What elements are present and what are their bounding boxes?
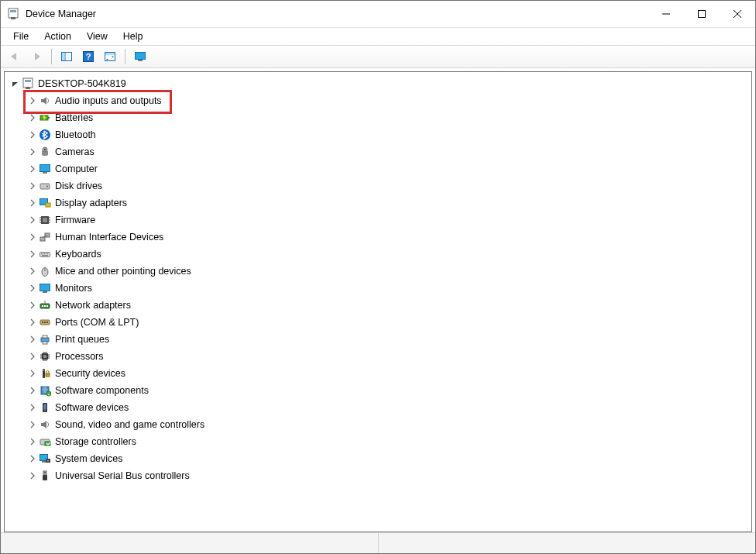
expander-right-icon[interactable] — [26, 265, 39, 277]
expander-right-icon[interactable] — [26, 452, 39, 465]
svg-rect-4 — [699, 11, 706, 18]
tree-item-usb[interactable]: Universal Serial Bus controllers — [8, 467, 748, 484]
expander-right-icon[interactable] — [26, 248, 39, 260]
speaker-icon — [39, 418, 51, 431]
toolbar-scan-for-hardware-button[interactable] — [101, 48, 119, 65]
svg-rect-61 — [46, 322, 48, 323]
monitor-icon — [39, 163, 51, 175]
svg-text:?: ? — [86, 52, 91, 61]
expander-right-icon[interactable] — [26, 282, 39, 294]
tree-item-mice[interactable]: Mice and other pointing devices — [8, 263, 748, 280]
svg-rect-45 — [44, 253, 45, 254]
tree-item-computer[interactable]: Computer — [8, 160, 748, 177]
statusbar — [1, 532, 755, 553]
tree-item-label: Disk drives — [54, 181, 103, 191]
tree-item-system[interactable]: System devices — [8, 450, 748, 467]
tree-item-label: Human Interface Devices — [54, 232, 164, 243]
expander-right-icon[interactable] — [26, 384, 39, 397]
menu-view[interactable]: View — [79, 29, 115, 43]
maximize-button[interactable] — [684, 1, 720, 27]
tree-item-label: Audio inputs and outputs — [54, 95, 163, 106]
expander-right-icon[interactable] — [26, 316, 39, 329]
storage-controller-icon — [39, 435, 51, 448]
tree-item-monitors[interactable]: Monitors — [8, 280, 748, 297]
expander-right-icon[interactable] — [26, 197, 39, 209]
svg-rect-63 — [43, 335, 47, 338]
tree-item-keyboards[interactable]: Keyboards — [8, 246, 748, 263]
tree-item-swdev[interactable]: Software devices — [8, 399, 748, 416]
tree-item-swcomp[interactable]: +Software components — [8, 382, 748, 399]
tree-item-label: Firmware — [54, 215, 96, 225]
tree-item-bluetooth[interactable]: Bluetooth — [8, 126, 748, 143]
expander-right-icon[interactable] — [26, 112, 39, 124]
expander-right-icon[interactable] — [26, 299, 39, 311]
disk-icon — [39, 180, 51, 192]
expander-right-icon[interactable] — [26, 95, 39, 107]
toolbar-help-button[interactable]: ? — [79, 48, 98, 65]
tree-item-ports[interactable]: Ports (COM & LPT) — [8, 314, 748, 331]
tree-item-label: Bluetooth — [54, 129, 97, 140]
svg-rect-52 — [43, 291, 47, 293]
tree-item-sound[interactable]: Sound, video and game controllers — [8, 416, 748, 433]
tree-item-processors[interactable]: Processors — [8, 348, 748, 365]
camera-icon — [39, 146, 51, 158]
menu-action[interactable]: Action — [36, 29, 79, 43]
tree-item-label: Network adapters — [54, 300, 132, 311]
tree-item-cameras[interactable]: Cameras — [8, 143, 748, 160]
svg-rect-2 — [11, 17, 15, 19]
toolbar-separator — [51, 49, 52, 64]
expander-right-icon[interactable] — [26, 418, 39, 431]
expander-right-icon[interactable] — [26, 180, 39, 192]
expander-right-icon[interactable] — [26, 163, 39, 175]
svg-rect-32 — [43, 218, 47, 222]
port-icon — [39, 316, 51, 329]
tree-item-label: Mice and other pointing devices — [54, 266, 192, 277]
toolbar: ? — [1, 45, 755, 68]
minimize-button[interactable] — [648, 1, 684, 27]
tree-item-display[interactable]: Display adapters — [8, 194, 748, 212]
tree-item-firmware[interactable]: Firmware — [8, 212, 748, 229]
tree-item-diskdrives[interactable]: Disk drives — [8, 177, 748, 194]
tree-item-network[interactable]: Network adapters — [8, 297, 748, 314]
tree-item-audio[interactable]: Audio inputs and outputs — [8, 92, 748, 109]
expander-right-icon[interactable] — [26, 350, 39, 363]
tree-item-storage[interactable]: Storage controllers — [8, 433, 748, 450]
expander-right-icon[interactable] — [26, 214, 39, 226]
svg-rect-13 — [105, 53, 115, 55]
device-tree[interactable]: DESKTOP-504K819 Audio inputs and outputs… — [5, 72, 751, 532]
close-button[interactable] — [720, 1, 755, 27]
svg-rect-1 — [10, 10, 16, 12]
tree-item-security[interactable]: Security devices — [8, 365, 748, 382]
toolbar-monitor-button[interactable] — [131, 48, 149, 65]
tree-root-node[interactable]: DESKTOP-504K819 — [8, 75, 748, 92]
menu-file[interactable]: File — [5, 29, 36, 43]
expander-right-icon[interactable] — [26, 470, 39, 482]
expander-right-icon[interactable] — [26, 333, 39, 346]
tree-item-batteries[interactable]: Batteries — [8, 109, 748, 126]
expander-right-icon[interactable] — [26, 401, 39, 414]
svg-rect-14 — [136, 53, 146, 60]
system-device-icon — [39, 452, 51, 465]
expander-right-icon[interactable] — [26, 231, 39, 243]
svg-rect-97 — [45, 472, 46, 473]
tree-item-printqueues[interactable]: Print queues — [8, 331, 748, 348]
menu-help[interactable]: Help — [115, 29, 151, 43]
network-icon — [39, 299, 51, 311]
expander-down-icon[interactable] — [9, 77, 22, 90]
expander-right-icon[interactable] — [26, 367, 39, 380]
toolbar-forward-button[interactable] — [27, 48, 46, 65]
expander-right-icon[interactable] — [26, 146, 39, 158]
svg-rect-59 — [42, 322, 43, 323]
toolbar-back-button[interactable] — [5, 48, 24, 65]
keyboard-icon — [39, 248, 51, 260]
svg-rect-46 — [46, 253, 46, 254]
tree-item-hid[interactable]: Human Interface Devices — [8, 229, 748, 246]
svg-rect-60 — [44, 322, 46, 323]
window-title: Device Manager — [26, 9, 96, 19]
svg-rect-55 — [44, 305, 46, 307]
expander-right-icon[interactable] — [26, 435, 39, 448]
toolbar-show-hide-console-tree-button[interactable] — [57, 48, 76, 65]
svg-rect-43 — [41, 253, 42, 254]
expander-right-icon[interactable] — [26, 129, 39, 141]
svg-rect-15 — [138, 60, 143, 61]
